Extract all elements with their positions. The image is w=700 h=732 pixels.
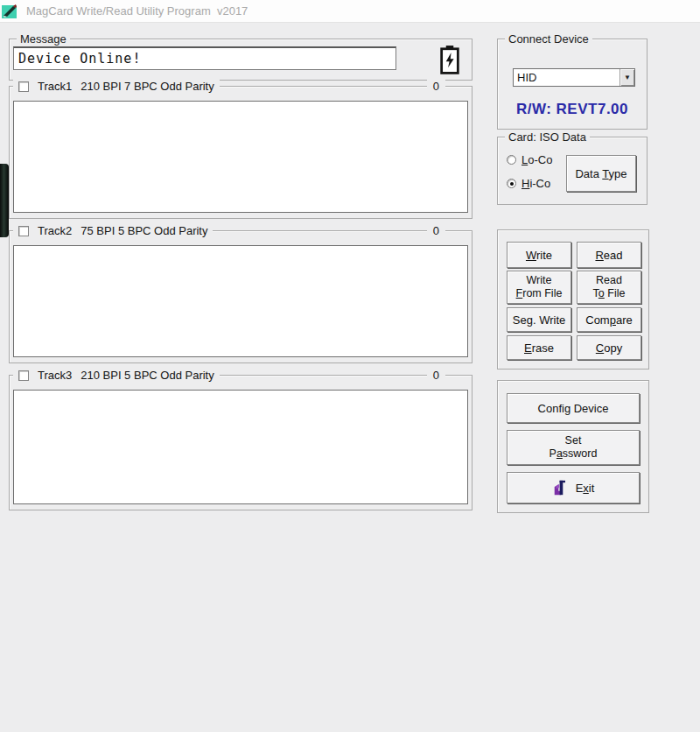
chevron-down-icon[interactable]: ▼ xyxy=(620,69,634,86)
exit-door-icon xyxy=(552,478,570,497)
compare-button[interactable]: Compare xyxy=(577,307,641,332)
track2-checkbox[interactable] xyxy=(18,226,29,236)
copy-button[interactable]: Copy xyxy=(577,335,641,360)
magcard-utility-window: MagCard Write/Read Utility Program v2017… xyxy=(0,0,700,732)
track1-count: 0 xyxy=(427,80,445,93)
track2-count: 0 xyxy=(427,224,445,237)
hi-co-radio[interactable] xyxy=(507,179,516,188)
lo-co-label: Lo-Co xyxy=(522,153,552,166)
card-iso-group: Card: ISO Data Lo-Co Hi-Co Data Type xyxy=(497,137,648,205)
system-group: Config Device Set Password Exit xyxy=(497,380,649,513)
message-text: Device Online! xyxy=(18,51,141,67)
device-photo-edge xyxy=(0,164,9,237)
exit-button-label: Exit xyxy=(576,482,595,495)
connect-device-label: Connect Device xyxy=(505,32,592,46)
message-group: Message Device Online! xyxy=(9,39,472,81)
title-bar: MagCard Write/Read Utility Program v2017 xyxy=(0,0,700,23)
track3-spec: 210 BPI 5 BPC Odd Parity xyxy=(80,369,214,382)
hi-co-label: Hi-Co xyxy=(522,177,550,190)
track2-label: Track2 xyxy=(38,224,72,237)
track1-checkbox[interactable] xyxy=(18,81,29,92)
erase-button[interactable]: Erase xyxy=(507,335,571,360)
track1-spec: 210 BPI 7 BPC Odd Parity xyxy=(80,80,214,93)
connect-device-group: Connect Device HID ▼ R/W: REVT7.00 xyxy=(497,39,648,130)
read-button[interactable]: Read xyxy=(577,242,641,268)
track1-label: Track1 xyxy=(38,80,72,93)
track2-content[interactable] xyxy=(13,245,468,357)
window-title: MagCard Write/Read Utility Program v2017 xyxy=(26,4,248,18)
client-area: Message Device Online! Track1 210 BPI 7 … xyxy=(0,23,700,732)
actions-group: Write Read Write From File Read To File … xyxy=(497,229,649,370)
exit-button[interactable]: Exit xyxy=(507,472,640,503)
lo-co-radio[interactable] xyxy=(507,155,516,165)
set-password-button[interactable]: Set Password xyxy=(507,430,640,465)
track3-group: Track3 210 BPI 5 BPC Odd Parity 0 xyxy=(9,375,472,510)
track1-header: Track1 210 BPI 7 BPC Odd Parity 0 xyxy=(13,79,468,94)
firmware-version: R/W: REVT7.00 xyxy=(498,101,647,118)
hi-co-radio-row[interactable]: Hi-Co xyxy=(507,177,550,190)
lo-co-radio-row[interactable]: Lo-Co xyxy=(507,153,552,166)
track3-header: Track3 210 BPI 5 BPC Odd Parity 0 xyxy=(13,368,468,383)
track3-content[interactable] xyxy=(13,390,468,504)
track2-spec: 75 BPI 5 BPC Odd Parity xyxy=(80,224,207,237)
message-group-label: Message xyxy=(17,32,70,46)
seg-write-button[interactable]: Seg. Write xyxy=(507,307,571,332)
config-device-button[interactable]: Config Device xyxy=(507,393,640,423)
track3-count: 0 xyxy=(427,369,445,382)
track2-group: Track2 75 BPI 5 BPC Odd Parity 0 xyxy=(9,230,472,363)
data-type-button[interactable]: Data Type xyxy=(566,155,636,192)
read-to-file-button[interactable]: Read To File xyxy=(577,271,641,304)
device-select-value: HID xyxy=(514,69,620,86)
card-iso-label: Card: ISO Data xyxy=(505,130,590,144)
track1-content[interactable] xyxy=(13,101,468,213)
track3-checkbox[interactable] xyxy=(18,370,29,381)
message-field[interactable]: Device Online! xyxy=(13,46,396,70)
write-from-file-button[interactable]: Write From File xyxy=(507,271,571,304)
track2-header: Track2 75 BPI 5 BPC Odd Parity 0 xyxy=(13,223,468,238)
track1-group: Track1 210 BPI 7 BPC Odd Parity 0 xyxy=(9,86,472,219)
write-button[interactable]: Write xyxy=(507,242,571,268)
device-select[interactable]: HID ▼ xyxy=(513,68,635,87)
battery-charging-icon xyxy=(436,42,464,77)
magcard-app-icon xyxy=(2,3,19,20)
track3-label: Track3 xyxy=(38,369,72,382)
